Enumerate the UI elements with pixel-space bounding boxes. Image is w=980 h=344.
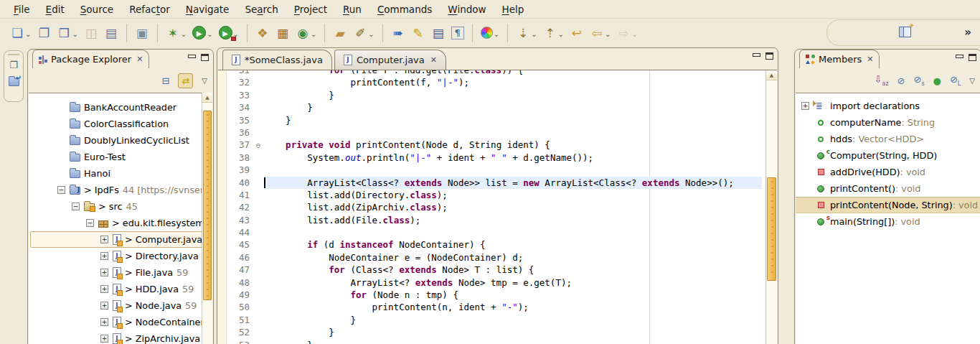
- menu-file[interactable]: File: [6, 1, 38, 17]
- code-line-53[interactable]: }: [264, 339, 762, 344]
- tree-item-computer.java[interactable]: +> Computer.java59: [29, 231, 212, 248]
- member-printcontentnodestring[interactable]: printContent(Node, String) : void: [796, 197, 980, 213]
- fold-minus-icon[interactable]: ⊖: [256, 141, 261, 150]
- code-line-31[interactable]: for (File f : hdd.get(File.class)) {: [264, 70, 762, 76]
- tree-item-nodecontainer.java[interactable]: +> NodeContainer.java: [29, 314, 212, 330]
- fold-column[interactable]: ⊖: [253, 70, 264, 344]
- menu-help[interactable]: Help: [494, 1, 532, 17]
- new-java-package-button[interactable]: ▦: [274, 23, 291, 43]
- maximize-icon[interactable]: [765, 52, 773, 60]
- java-browsing-button[interactable]: ➠: [390, 23, 407, 43]
- hide-local-types-button[interactable]: ⊘L: [950, 74, 961, 87]
- menu-run[interactable]: Run: [335, 1, 369, 17]
- editor-code-area[interactable]: for (File f : hdd.get(File.class)) { pri…: [264, 70, 762, 344]
- scrollbar-thumb[interactable]: [203, 111, 212, 300]
- print-button[interactable]: ▤: [103, 23, 120, 43]
- show-public-only-button[interactable]: ●: [933, 75, 941, 86]
- dropdown-chevron-icon[interactable]: ⌄: [494, 30, 499, 38]
- new-wizard-button[interactable]: ❏⌄: [9, 23, 32, 43]
- code-line-47[interactable]: for (Class<? extends Node> T : list) {: [264, 264, 762, 276]
- back-button[interactable]: ⇦⌄: [588, 23, 612, 43]
- scroll-up-icon[interactable]: ▲: [766, 70, 777, 80]
- member-printcontent[interactable]: printContent() : void: [796, 180, 980, 197]
- tree-item-hdd.java[interactable]: +> HDD.java59: [29, 281, 212, 297]
- tree-item-hanoi[interactable]: Hanoi: [29, 165, 212, 182]
- code-line-52[interactable]: }: [264, 326, 762, 338]
- expander-icon[interactable]: +: [801, 102, 809, 110]
- tree-item-eurotest[interactable]: Euro-Test: [29, 149, 212, 165]
- collapse-all-button[interactable]: ⊟: [161, 75, 169, 86]
- close-icon[interactable]: ✕: [867, 55, 873, 64]
- close-icon[interactable]: ✕: [430, 55, 437, 65]
- member-hdds[interactable]: hdds : Vector<HDD>: [796, 131, 980, 147]
- search-button[interactable]: ✐⌄: [352, 23, 375, 43]
- editor-tab-computer.java[interactable]: Computer.java✕: [334, 50, 446, 70]
- view-menu-icon[interactable]: ▽: [969, 77, 975, 85]
- menu-project[interactable]: Project: [286, 1, 335, 17]
- member-computerstringhdd[interactable]: cComputer(String, HDD): [796, 147, 980, 164]
- menu-search[interactable]: Search: [237, 1, 286, 17]
- code-line-51[interactable]: }: [264, 314, 762, 326]
- restore-view-icon[interactable]: ❐: [7, 60, 20, 73]
- expander-icon[interactable]: −: [72, 203, 80, 210]
- new-editor-button[interactable]: ❐: [35, 23, 52, 43]
- code-line-37[interactable]: private void printContent(Node d, String…: [264, 139, 762, 151]
- code-line-48[interactable]: ArrayList<? extends Node> tmp = e.get(T)…: [264, 276, 762, 289]
- tree-item-src[interactable]: −> src45: [29, 198, 212, 215]
- sort-alphabetically-button[interactable]: ⇩az: [875, 74, 889, 87]
- code-line-45[interactable]: if (d instanceof NodeContainer) {: [264, 238, 762, 251]
- menu-edit[interactable]: Edit: [38, 1, 72, 17]
- debug-button[interactable]: ✶⌄: [164, 23, 188, 43]
- tree-item-node.java[interactable]: +> Node.java59: [29, 297, 212, 314]
- run-button[interactable]: ▶⌄: [191, 23, 214, 43]
- member-adddrivehdd[interactable]: addDrive(HDD) : void: [796, 164, 980, 180]
- new-java-project-button[interactable]: ❖: [254, 23, 271, 43]
- dropdown-chevron-icon[interactable]: ⌄: [531, 30, 537, 38]
- expander-icon[interactable]: +: [100, 285, 108, 293]
- editor-marker-bar[interactable]: [218, 70, 227, 344]
- new-java-class-button[interactable]: ◉⌄: [294, 23, 318, 43]
- previous-annotation-button[interactable]: ⇡⌄: [542, 23, 565, 43]
- tree-item-bankaccountreader[interactable]: BankAccountReader: [29, 99, 212, 116]
- dropdown-chevron-icon[interactable]: ⌄: [631, 30, 637, 38]
- scroll-up-icon[interactable]: ▲: [202, 93, 212, 103]
- tree-item-file.java[interactable]: +> File.java59: [29, 264, 212, 281]
- package-explorer-scrollbar[interactable]: ▲: [202, 93, 212, 344]
- members-tab[interactable]: Members ✕: [799, 50, 880, 68]
- hide-static-members-button[interactable]: ⊘s: [914, 74, 925, 87]
- expander-icon[interactable]: −: [86, 219, 94, 227]
- code-line-39[interactable]: [264, 164, 762, 176]
- toolbar-more-chevron[interactable]: »: [964, 26, 971, 39]
- dropdown-chevron-icon[interactable]: ⌄: [558, 30, 564, 38]
- tree-item-edu.kit.filesystem[interactable]: −> edu.kit.filesystem: [29, 215, 212, 231]
- code-line-42[interactable]: list.add(ZipArchiv.class);: [264, 201, 762, 213]
- fast-view-folder-icon[interactable]: ↵: [7, 77, 20, 90]
- minimize-icon[interactable]: [188, 54, 195, 60]
- expander-icon[interactable]: +: [100, 335, 108, 343]
- tree-item-colorclassification[interactable]: ColorClassification: [29, 116, 212, 132]
- dropdown-chevron-icon[interactable]: ⌄: [207, 30, 212, 38]
- open-perspective-icon[interactable]: [899, 27, 911, 37]
- open-type-button[interactable]: ▰: [331, 23, 349, 43]
- tree-item-directory.java[interactable]: +> Directory.java59: [29, 248, 212, 264]
- close-icon[interactable]: ✕: [136, 55, 143, 64]
- member-importdeclarations[interactable]: +import declarations: [796, 98, 980, 114]
- member-computername[interactable]: computerName : String: [796, 114, 980, 131]
- show-javadoc-button[interactable]: ▤: [430, 23, 447, 43]
- mark-occurrences-button[interactable]: ✎: [410, 23, 427, 43]
- new-view-button[interactable]: ❒⌄: [55, 23, 79, 43]
- menu-refactor[interactable]: Refactor: [121, 1, 178, 17]
- code-line-34[interactable]: }: [264, 101, 762, 113]
- code-line-41[interactable]: list.add(Directory.class);: [264, 189, 762, 201]
- scrollbar-thumb[interactable]: [767, 177, 776, 281]
- dropdown-chevron-icon[interactable]: ⌄: [311, 30, 316, 38]
- show-whitespace-button[interactable]: ¶: [450, 23, 466, 43]
- color-palette-button[interactable]: ⌄: [479, 23, 501, 43]
- dropdown-chevron-icon[interactable]: ⌄: [368, 30, 374, 38]
- link-with-editor-button[interactable]: ⇄: [178, 73, 193, 88]
- code-line-38[interactable]: System.out.println("|-" + ident + " " + …: [264, 152, 762, 164]
- minimize-icon[interactable]: [753, 52, 760, 59]
- dropdown-chevron-icon[interactable]: ⌄: [181, 30, 187, 38]
- expander-icon[interactable]: +: [100, 318, 108, 326]
- code-line-35[interactable]: }: [264, 114, 762, 126]
